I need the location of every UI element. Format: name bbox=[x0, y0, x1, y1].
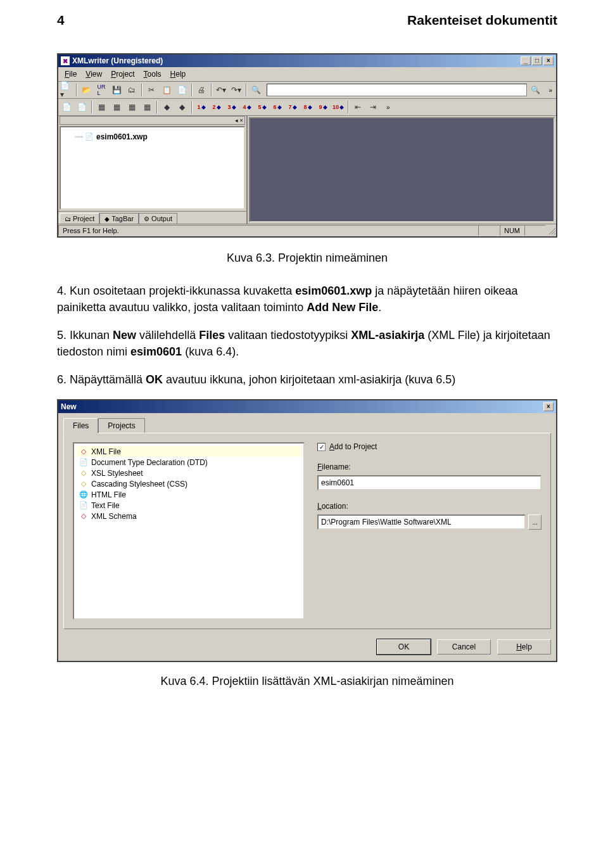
file-type-dtd[interactable]: 📄Document Type Declaration (DTD) bbox=[77, 457, 301, 468]
ok-button[interactable]: OK bbox=[377, 639, 431, 654]
toolbar-overflow-icon-2[interactable]: » bbox=[384, 104, 393, 111]
menu-file[interactable]: File bbox=[61, 68, 80, 80]
print-icon[interactable]: 🖨 bbox=[194, 83, 208, 97]
tag-icon-1[interactable]: ◆ bbox=[160, 100, 174, 114]
dtd-file-icon: 📄 bbox=[79, 457, 88, 467]
tab-projects[interactable]: Projects bbox=[98, 418, 144, 433]
maximize-button[interactable]: □ bbox=[532, 56, 542, 65]
find-next-icon[interactable]: 🔍 bbox=[528, 83, 542, 97]
menu-project[interactable]: Project bbox=[107, 68, 138, 80]
cut-icon[interactable]: ✂ bbox=[144, 83, 158, 97]
xsd-file-icon: ◇ bbox=[79, 511, 88, 521]
html-file-icon: 🌐 bbox=[79, 490, 88, 499]
help-button[interactable]: Help bbox=[497, 639, 551, 654]
bookmark-7[interactable]: 7◆ bbox=[286, 100, 300, 114]
bookmark-6[interactable]: 6◆ bbox=[270, 100, 284, 114]
toolbar-2: 📄 📄 ▦ ▦ ▦ ▦ ◆ ◆ 1◆ 2◆ 3◆ 4◆ 5◆ 6◆ 7◆ 8◆ … bbox=[58, 99, 556, 116]
form-icon-3[interactable]: ▦ bbox=[125, 100, 139, 114]
panel-tabstrip: 🗂 Project ◆ TagBar ⚙ Output bbox=[58, 211, 246, 224]
minimize-button[interactable]: _ bbox=[521, 56, 531, 65]
copy-icon[interactable]: 📋 bbox=[160, 83, 174, 97]
menu-tools[interactable]: Tools bbox=[140, 68, 165, 80]
tab-project-label: Project bbox=[73, 215, 94, 222]
add-to-project-checkbox[interactable]: ✓ bbox=[317, 443, 326, 451]
bookmark-9[interactable]: 9◆ bbox=[316, 100, 330, 114]
bookmark-2[interactable]: 2◆ bbox=[210, 100, 224, 114]
resize-grip-icon[interactable] bbox=[546, 226, 556, 235]
tab-output[interactable]: ⚙ Output bbox=[139, 213, 177, 224]
page-title: Rakenteiset dokumentit bbox=[407, 13, 557, 28]
bookmark-10[interactable]: 10◆ bbox=[331, 100, 345, 114]
file-type-html[interactable]: 🌐HTML File bbox=[77, 489, 301, 500]
text-file-icon: 📄 bbox=[79, 501, 88, 510]
tab-files[interactable]: Files bbox=[63, 418, 98, 433]
tab-tagbar[interactable]: ◆ TagBar bbox=[99, 213, 139, 224]
dialog-close-button[interactable]: × bbox=[543, 402, 554, 411]
browse-button[interactable]: ... bbox=[528, 514, 542, 530]
project-file-icon: 📄 bbox=[85, 132, 94, 141]
location-input[interactable] bbox=[317, 514, 526, 530]
tab-project[interactable]: 🗂 Project bbox=[60, 213, 99, 224]
form-icon-4[interactable]: ▦ bbox=[140, 100, 154, 114]
save-icon[interactable]: 💾 bbox=[110, 83, 124, 97]
toolbar-dropdown[interactable] bbox=[267, 84, 527, 96]
tag-icon-2[interactable]: ◆ bbox=[175, 100, 189, 114]
status-spacer-2 bbox=[524, 225, 546, 236]
dialog-title-bar: New × bbox=[58, 400, 556, 413]
svg-line-2 bbox=[554, 233, 555, 234]
toolbar-overflow-icon[interactable]: » bbox=[546, 87, 555, 94]
bookmark-8[interactable]: 8◆ bbox=[301, 100, 315, 114]
open-icon[interactable]: 📂 bbox=[79, 83, 93, 97]
indent-left-icon[interactable]: ⇤ bbox=[351, 100, 365, 114]
project-panel: ◂ × ┈┈ 📄 esim0601.xwp 🗂 Project ◆ bbox=[58, 116, 248, 224]
filename-label: Filename: bbox=[317, 463, 542, 471]
cancel-button[interactable]: Cancel bbox=[437, 639, 491, 654]
title-bar: ✖ XMLwriter (Unregistered) _ □ × bbox=[58, 54, 556, 67]
figure-caption-2: Kuva 6.4. Projektiin lisättävän XML-asia… bbox=[57, 675, 557, 688]
new-dialog: New × Files Projects ◇XML File 📄Document… bbox=[57, 399, 557, 662]
bookmark-5[interactable]: 5◆ bbox=[255, 100, 269, 114]
panel-header[interactable]: ◂ × bbox=[60, 116, 245, 125]
file-type-txt[interactable]: 📄Text File bbox=[77, 500, 301, 511]
file-type-list[interactable]: ◇XML File 📄Document Type Declaration (DT… bbox=[73, 442, 305, 620]
menu-help[interactable]: Help bbox=[167, 68, 190, 80]
form-icon-2[interactable]: ▦ bbox=[110, 100, 124, 114]
file-type-xsl[interactable]: ◇XSL Stylesheet bbox=[77, 468, 301, 478]
menu-bar: File View Project Tools Help bbox=[58, 67, 556, 82]
tree-connector-icon: ┈┈ bbox=[75, 132, 82, 141]
form-icon-1[interactable]: ▦ bbox=[94, 100, 108, 114]
url-icon[interactable]: URL bbox=[94, 83, 108, 97]
toolbar-1: 📄▾ 📂 URL 💾 🗂 ✂ 📋 📄 🖨 ↶▾ ↷▾ 🔍 🔍 » bbox=[58, 82, 556, 99]
close-button[interactable]: × bbox=[543, 56, 554, 65]
save-all-icon[interactable]: 🗂 bbox=[125, 83, 139, 97]
project-file-name: esim0601.xwp bbox=[96, 132, 148, 141]
css-file-icon: ◇ bbox=[79, 479, 88, 488]
menu-view[interactable]: View bbox=[82, 68, 106, 80]
status-numlock: NUM bbox=[500, 225, 524, 236]
app-icon: ✖ bbox=[61, 56, 70, 65]
file-type-xml[interactable]: ◇XML File bbox=[77, 446, 301, 457]
project-tree[interactable]: ┈┈ 📄 esim0601.xwp bbox=[60, 126, 245, 210]
editor-area[interactable] bbox=[249, 117, 555, 222]
bookmark-1[interactable]: 1◆ bbox=[194, 100, 208, 114]
filename-input[interactable] bbox=[317, 475, 542, 490]
file-type-xsd[interactable]: ◇XML Schema bbox=[77, 511, 301, 521]
undo-icon[interactable]: ↶▾ bbox=[214, 83, 228, 97]
redo-icon[interactable]: ↷▾ bbox=[229, 83, 243, 97]
indent-right-icon[interactable]: ⇥ bbox=[366, 100, 380, 114]
paragraph-6: 6. Näpäyttämällä OK avautuu ikkuna, joho… bbox=[57, 371, 557, 388]
find-icon[interactable]: 🔍 bbox=[249, 83, 263, 97]
bookmark-3[interactable]: 3◆ bbox=[225, 100, 239, 114]
tab-output-label: Output bbox=[151, 215, 172, 222]
doc-icon-1[interactable]: 📄 bbox=[60, 100, 73, 114]
doc-icon-2[interactable]: 📄 bbox=[75, 100, 89, 114]
tab-tagbar-label: TagBar bbox=[111, 215, 134, 222]
paste-icon[interactable]: 📄 bbox=[175, 83, 189, 97]
project-tab-icon: 🗂 bbox=[65, 215, 71, 222]
bookmark-4[interactable]: 4◆ bbox=[240, 100, 254, 114]
project-tree-item[interactable]: ┈┈ 📄 esim0601.xwp bbox=[65, 131, 240, 143]
new-doc-icon[interactable]: 📄▾ bbox=[60, 83, 73, 97]
location-label: Location: bbox=[317, 502, 542, 511]
paragraph-4: 4. Kun osoitetaan projekti-ikkunassa kuv… bbox=[57, 283, 557, 316]
file-type-css[interactable]: ◇Cascading Stylesheet (CSS) bbox=[77, 478, 301, 489]
